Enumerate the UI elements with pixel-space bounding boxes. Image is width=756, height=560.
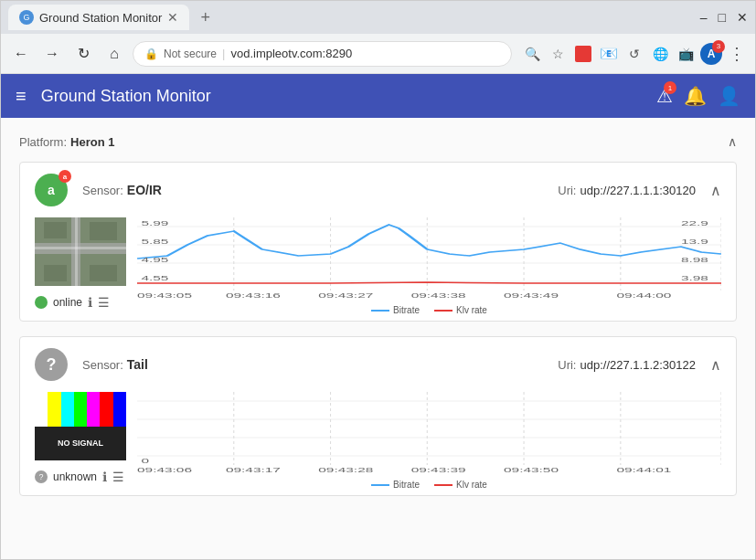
sensor-body-eo-ir: online ℹ ☰ [35, 217, 721, 310]
chart-area-tail: 0 09:43:06 09:43:17 09:43:28 09:43:39 09… [137, 392, 721, 483]
legend-klv-eo-ir: Klv rate [434, 305, 487, 315]
alert-button[interactable]: ⚠ 1 [656, 85, 673, 107]
content-area: Platform: Heron 1 ∧ a a Sensor: EO/IR Ur… [1, 118, 755, 559]
tab-close-button[interactable]: ✕ [167, 10, 178, 25]
sensor-header-tail: ? Sensor: Tail Uri: udp://227.1.1.2:3012… [35, 348, 721, 381]
svg-text:09:43:39: 09:43:39 [411, 467, 466, 474]
profile-badge: 3 [712, 40, 725, 53]
svg-rect-5 [44, 222, 67, 238]
platform-label: Platform: [19, 135, 67, 149]
svg-text:5.99: 5.99 [141, 220, 168, 227]
svg-text:09:44:01: 09:44:01 [616, 467, 671, 474]
address-text: vod.impleotv.com:8290 [230, 47, 352, 60]
list-icon-tail[interactable]: ☰ [112, 470, 124, 484]
header-icons: ⚠ 1 🔔 👤 [656, 85, 740, 107]
forward-button[interactable]: → [39, 41, 65, 67]
tab-favicon: G [19, 10, 34, 25]
sensor-label-eo-ir: Sensor: [82, 184, 123, 197]
info-icon-eo-ir[interactable]: ℹ [88, 295, 92, 310]
extension-refresh-icon[interactable]: ↺ [623, 43, 645, 65]
sensor-collapse-tail[interactable]: ∧ [710, 356, 721, 374]
svg-text:5.85: 5.85 [141, 238, 168, 246]
bookmark-icon[interactable]: ☆ [547, 43, 569, 65]
bell-icon: 🔔 [684, 86, 707, 106]
sensor-card-tail: ? Sensor: Tail Uri: udp://227.1.1.2:3012… [19, 336, 737, 496]
status-text-tail: unknown [53, 470, 97, 483]
sensor-card-eo-ir: a a Sensor: EO/IR Uri: udp://227.1.1.1:3… [19, 162, 737, 322]
status-text-eo-ir: online [53, 296, 82, 309]
bitrate-chart-tail: 0 09:43:06 09:43:17 09:43:28 09:43:39 09… [137, 392, 721, 474]
svg-text:09:43:50: 09:43:50 [504, 467, 559, 474]
legend-bitrate-tail: Bitrate [371, 480, 420, 490]
sensor-icon-tail: ? [35, 348, 68, 381]
extension-red-icon[interactable] [572, 43, 594, 65]
app-title: Ground Station Monitor [41, 87, 642, 106]
sensor-label-tail: Sensor: [82, 358, 123, 372]
sensor-badge-eo-ir: a [59, 170, 71, 183]
sensor-preview-eo-ir [35, 217, 126, 286]
account-icon: 👤 [718, 86, 740, 106]
browser-tab[interactable]: G Ground Station Monitor ✕ [8, 5, 189, 30]
extension-globe-icon[interactable]: 🌐 [649, 43, 671, 65]
extension-outlook-icon[interactable]: 📧 [598, 43, 620, 65]
alert-badge: 1 [664, 81, 676, 94]
svg-text:0: 0 [141, 458, 149, 465]
close-button[interactable]: ✕ [737, 10, 748, 25]
svg-text:09:43:06: 09:43:06 [137, 467, 192, 474]
reload-button[interactable]: ↻ [70, 41, 96, 67]
hamburger-menu-button[interactable]: ≡ [16, 86, 27, 107]
svg-text:09:43:16: 09:43:16 [226, 292, 281, 300]
back-button[interactable]: ← [8, 41, 34, 67]
svg-text:09:43:05: 09:43:05 [137, 292, 192, 300]
more-button[interactable]: ⋮ [726, 43, 748, 65]
sensor-uri-label-tail: Uri: [558, 358, 576, 372]
status-dot-eo-ir [35, 296, 48, 309]
sensor-name-eo-ir: EO/IR [127, 183, 162, 197]
lock-icon: 🔒 [144, 48, 158, 60]
sensor-body-tail: NO SIGNAL ? unknown ℹ ☰ [35, 392, 721, 484]
app-header: ≡ Ground Station Monitor ⚠ 1 🔔 👤 [1, 74, 755, 118]
platform-header: Platform: Heron 1 ∧ [19, 129, 737, 154]
title-bar: G Ground Station Monitor ✕ + – □ ✕ [1, 1, 755, 34]
no-signal-text: NO SIGNAL [35, 427, 126, 461]
search-icon[interactable]: 🔍 [521, 43, 543, 65]
tab-title: Ground Station Monitor [39, 11, 162, 25]
legend-bitrate-eo-ir: Bitrate [371, 305, 420, 315]
svg-rect-6 [90, 222, 117, 240]
new-tab-button[interactable]: + [200, 8, 210, 27]
svg-rect-8 [90, 265, 117, 281]
svg-text:09:44:00: 09:44:00 [616, 292, 671, 300]
home-button[interactable]: ⌂ [101, 41, 127, 67]
profile-button[interactable]: A 3 [700, 43, 722, 65]
list-icon-eo-ir[interactable]: ☰ [98, 295, 110, 310]
svg-text:22.9: 22.9 [681, 220, 708, 227]
sensor-uri-label-eo-ir: Uri: [558, 184, 576, 197]
cast-icon[interactable]: 📺 [675, 43, 697, 65]
minimize-button[interactable]: – [700, 10, 708, 25]
browser-window: G Ground Station Monitor ✕ + – □ ✕ ← → ↻… [0, 0, 756, 560]
svg-text:4.95: 4.95 [141, 257, 168, 264]
sensor-status-row-eo-ir: online ℹ ☰ [35, 295, 126, 310]
sensor-preview-tail: NO SIGNAL [35, 392, 126, 460]
svg-rect-4 [75, 217, 78, 286]
notification-button[interactable]: 🔔 [684, 85, 707, 107]
svg-text:09:43:38: 09:43:38 [411, 292, 466, 300]
security-label: Not secure [164, 48, 217, 60]
svg-rect-3 [35, 247, 126, 249]
address-input[interactable]: 🔒 Not secure | vod.impleotv.com:8290 [133, 41, 512, 67]
platform-name: Heron 1 [70, 135, 114, 149]
info-icon-tail[interactable]: ℹ [102, 470, 107, 484]
platform-collapse-button[interactable]: ∧ [728, 134, 737, 149]
legend-klv-tail: Klv rate [434, 480, 487, 490]
sensor-collapse-eo-ir[interactable]: ∧ [710, 182, 721, 199]
maximize-button[interactable]: □ [719, 10, 726, 25]
svg-text:8.98: 8.98 [681, 257, 708, 264]
window-controls: – □ ✕ [700, 10, 748, 25]
svg-text:4.55: 4.55 [141, 275, 168, 282]
app-container: ≡ Ground Station Monitor ⚠ 1 🔔 👤 Platfor… [1, 74, 755, 559]
address-bar: ← → ↻ ⌂ 🔒 Not secure | vod.impleotv.com:… [1, 34, 755, 74]
chart-legend-tail: Bitrate Klv rate [137, 480, 721, 490]
status-dot-tail: ? [35, 470, 48, 483]
sensor-icon-eo-ir: a a [35, 174, 68, 206]
account-button[interactable]: 👤 [718, 85, 740, 107]
